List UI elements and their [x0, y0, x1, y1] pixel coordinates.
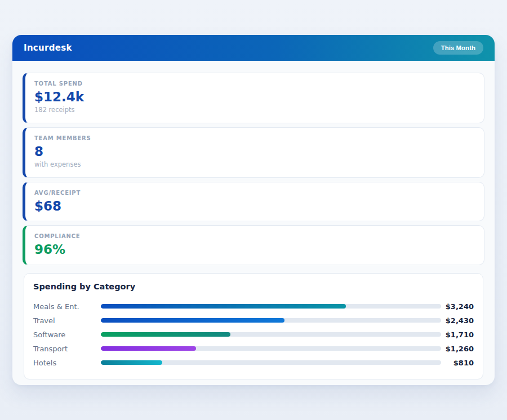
stat-value: $68	[34, 199, 475, 213]
category-amount: $1,260	[441, 345, 474, 353]
stat-subtext: 182 receipts	[34, 106, 475, 114]
spending-by-category-card: Spending by Category Meals & Ent. $3,240…	[24, 273, 483, 379]
category-bar-track	[101, 304, 441, 309]
stat-value: $12.4k	[34, 90, 475, 104]
stat-label: COMPLIANCE	[34, 233, 475, 239]
category-amount: $1,710	[441, 330, 474, 339]
stat-card: TEAM MEMBERS 8 with expenses	[23, 127, 484, 178]
category-bar-track	[101, 346, 441, 351]
category-label: Hotels	[33, 359, 101, 367]
category-label: Transport	[33, 345, 101, 353]
category-amount: $810	[441, 359, 474, 367]
category-amount: $2,430	[441, 316, 474, 325]
category-bar-fill	[101, 304, 346, 309]
stat-card: TOTAL SPEND $12.4k 182 receipts	[23, 73, 484, 123]
stat-label: TOTAL SPEND	[34, 81, 475, 87]
stat-subtext: with expenses	[34, 160, 475, 168]
category-row: Software $1,710	[33, 328, 474, 342]
stat-label: AVG/RECEIPT	[34, 190, 475, 196]
stat-value: 96%	[34, 242, 475, 257]
category-bar-fill	[101, 360, 162, 365]
category-label: Software	[33, 330, 101, 339]
stat-card: AVG/RECEIPT $68	[23, 182, 484, 221]
category-row: Transport $1,260	[33, 342, 474, 356]
category-bar-track	[101, 360, 441, 365]
app-title: Incurdesk	[24, 43, 72, 53]
category-bar-track	[101, 332, 441, 337]
stat-label: TEAM MEMBERS	[34, 135, 475, 141]
category-row: Meals & Ent. $3,240	[33, 300, 474, 314]
category-row: Travel $2,430	[33, 314, 474, 328]
category-bar-fill	[101, 332, 230, 337]
category-bar-fill	[101, 346, 196, 351]
spending-chart-title: Spending by Category	[33, 282, 474, 291]
category-amount: $3,240	[441, 302, 474, 311]
app-header: Incurdesk This Month	[12, 35, 495, 61]
stat-value: 8	[34, 144, 475, 159]
category-label: Meals & Ent.	[33, 302, 101, 311]
dashboard-panel: Incurdesk This Month TOTAL SPEND $12.4k …	[12, 35, 495, 385]
category-label: Travel	[33, 316, 101, 325]
stats-section: TOTAL SPEND $12.4k 182 receipts TEAM MEM…	[12, 61, 495, 265]
category-bar-fill	[101, 318, 284, 323]
spending-chart-rows: Meals & Ent. $3,240 Travel $2,430 Softwa…	[33, 300, 474, 370]
category-bar-track	[101, 318, 441, 323]
stat-card: COMPLIANCE 96%	[23, 225, 484, 265]
category-row: Hotels $810	[33, 356, 474, 370]
period-filter-badge[interactable]: This Month	[433, 41, 483, 55]
